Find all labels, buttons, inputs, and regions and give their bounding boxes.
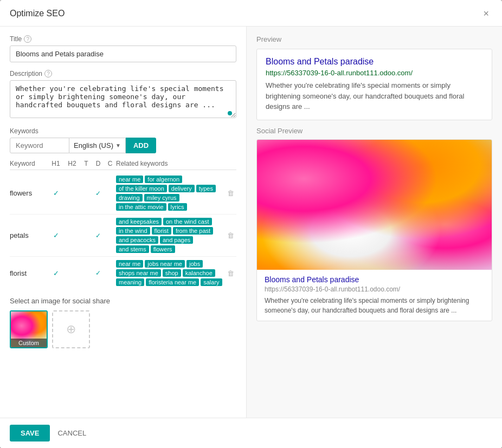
tag: from the past (173, 227, 213, 235)
keywords-table-header: Keyword H1 H2 T D C Related keywords (10, 158, 236, 170)
dropdown-arrow-icon: ▼ (115, 142, 121, 148)
tag: of the killer moon (116, 185, 167, 192)
kw-petals-tags: and keepsakes on the wind cast in the wi… (116, 218, 225, 253)
keyword-input[interactable] (10, 138, 69, 153)
keyword-name-florist: florist (10, 269, 48, 277)
title-input[interactable] (10, 46, 236, 62)
tag: drawing (116, 194, 143, 202)
tag: meaning (116, 278, 144, 286)
col-h2: H2 (64, 160, 80, 167)
tag: and stems (116, 245, 149, 253)
keywords-section: Keywords English (US) ▼ ADD Keyword (10, 127, 236, 289)
tag: near me (116, 260, 143, 268)
kw-flowers-d: ✓ (92, 190, 104, 197)
image-section: Select an image for social share Custom … (10, 297, 236, 348)
social-preview-image (257, 140, 492, 270)
social-preview-label: Social Preview (256, 127, 492, 135)
delete-flowers-button[interactable]: 🗑 (225, 189, 236, 197)
description-help-icon[interactable]: ? (44, 70, 52, 77)
social-url: https://56337039-16-0-all.runbot111.odoo… (265, 285, 484, 293)
tag: lyrics (168, 203, 187, 211)
language-label: English (US) (74, 141, 113, 150)
seo-preview-box: Blooms and Petals paradise https://56337… (256, 49, 492, 120)
col-t: T (80, 160, 92, 167)
kw-flowers-tags: near me for algernon of the killer moon … (116, 176, 225, 211)
title-help-icon[interactable]: ? (24, 35, 31, 43)
tag: shops near me (116, 269, 161, 277)
right-panel: Preview Blooms and Petals paradise https… (247, 27, 502, 418)
tag: near me (116, 176, 143, 183)
preview-title[interactable]: Blooms and Petals paradise (266, 57, 483, 67)
tag: and pages (160, 236, 193, 244)
kw-petals-h1: ✓ (48, 231, 64, 239)
image-thumbs-row: Custom ⊕ (10, 310, 236, 348)
tag: in the attic movie (116, 203, 166, 211)
tag: miley cyrus (144, 194, 179, 202)
modal-title: Optimize SEO (10, 9, 65, 18)
col-related: Related keywords (116, 160, 236, 167)
cancel-button[interactable]: CANCEL (55, 425, 88, 441)
tag: delivery (169, 185, 195, 192)
custom-image-thumb[interactable]: Custom (10, 310, 48, 348)
tag: jobs near me (145, 260, 185, 268)
social-preview-box: Blooms and Petals paradise https://56337… (256, 139, 492, 321)
col-h1: H1 (48, 160, 64, 167)
social-description: Whether you're celebrating life's specia… (265, 296, 484, 315)
description-textarea[interactable]: Whether you're celebrating life's specia… (10, 80, 236, 118)
keyword-name-petals: petals (10, 231, 48, 239)
keyword-input-row: English (US) ▼ ADD (10, 138, 236, 153)
custom-thumb-label: Custom (11, 339, 47, 347)
delete-florist-button[interactable]: 🗑 (225, 269, 236, 277)
flower-image-canvas (257, 140, 492, 270)
image-section-label: Select an image for social share (10, 297, 236, 305)
keywords-label: Keywords (10, 127, 236, 135)
char-indicator (228, 111, 232, 115)
keyword-row-flowers: flowers ✓ ✓ near me for algernon of the … (10, 172, 236, 215)
tag: jobs (186, 260, 203, 268)
kw-florist-h1: ✓ (48, 269, 64, 277)
social-title: Blooms and Petals paradise (265, 275, 484, 284)
tag: on the wind cast (163, 218, 212, 225)
modal-body: Title ? Description ? Whether you're cel… (0, 27, 502, 418)
social-info: Blooms and Petals paradise https://56337… (257, 270, 492, 321)
add-image-thumb[interactable]: ⊕ (52, 310, 90, 348)
modal-header: Optimize SEO × (0, 0, 502, 27)
preview-label: Preview (256, 35, 492, 43)
left-panel: Title ? Description ? Whether you're cel… (0, 27, 247, 418)
close-button[interactable]: × (480, 8, 492, 20)
add-keyword-button[interactable]: ADD (126, 138, 156, 153)
tag: and keepsakes (116, 218, 162, 225)
kw-florist-d: ✓ (92, 269, 104, 277)
optimize-seo-modal: Optimize SEO × Title ? (0, 0, 502, 448)
description-textarea-wrap: Whether you're celebrating life's specia… (10, 80, 236, 120)
tag: shop (163, 269, 181, 277)
description-label: Description ? (10, 70, 236, 77)
kw-petals-d: ✓ (92, 232, 104, 239)
tag: in the wind (116, 227, 150, 235)
language-dropdown[interactable]: English (US) ▼ (69, 138, 126, 153)
tag: for algernon (145, 176, 182, 183)
tag: and peacocks (116, 236, 158, 244)
tag: flowers (151, 245, 175, 253)
keyword-row-florist: florist ✓ ✓ near me jobs near me jobs sh… (10, 257, 236, 289)
modal-footer: SAVE CANCEL (0, 418, 502, 448)
kw-flowers-h1: ✓ (48, 189, 64, 197)
kw-florist-tags: near me jobs near me jobs shops near me … (116, 260, 225, 286)
col-d: D (92, 160, 104, 167)
tag: florist (152, 227, 171, 235)
add-image-icon: ⊕ (66, 322, 76, 336)
col-c: C (104, 160, 116, 167)
preview-description: Whether you're celebrating life's specia… (266, 80, 483, 112)
title-label: Title ? (10, 35, 236, 43)
preview-url: https://56337039-16-0-all.runbot111.odoo… (266, 69, 483, 77)
tag: kalanchoe (183, 269, 215, 277)
delete-petals-button[interactable]: 🗑 (225, 231, 236, 239)
save-button[interactable]: SAVE (10, 425, 50, 441)
keyword-row-petals: petals ✓ ✓ and keepsakes on the wind cas… (10, 215, 236, 257)
tag: types (196, 185, 216, 192)
tag: salary (201, 278, 222, 286)
description-field-group: Description ? Whether you're celebrating… (10, 70, 236, 120)
modal-overlay: Optimize SEO × Title ? (0, 0, 502, 448)
tag: floristeria near me (146, 278, 199, 286)
keyword-name-flowers: flowers (10, 189, 48, 197)
